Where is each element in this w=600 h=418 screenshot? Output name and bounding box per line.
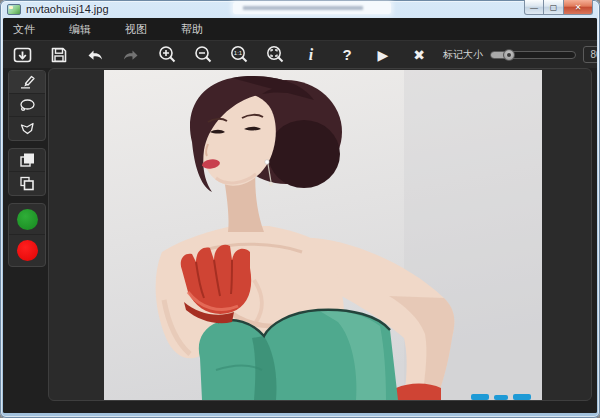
play-button[interactable]: ▶ (371, 44, 395, 66)
zoom-in-icon (158, 45, 177, 64)
lasso-tool-button[interactable] (9, 94, 45, 117)
minimize-button[interactable]: — (524, 0, 544, 15)
zoom-out-button[interactable] (191, 44, 215, 66)
marker-size-value[interactable]: 80 (583, 46, 597, 63)
help-icon: ? (342, 47, 351, 62)
actual-size-icon: 1:1 (230, 45, 249, 64)
duplicate-layer-button[interactable] (9, 172, 45, 195)
red-mark-button[interactable] (9, 235, 45, 266)
svg-text:1:1: 1:1 (233, 50, 242, 56)
open-button[interactable] (11, 44, 35, 66)
green-mark-icon (17, 209, 38, 230)
canvas-panel[interactable] (48, 68, 592, 401)
draw-tool-group (8, 70, 46, 141)
polygon-lasso-icon (18, 121, 36, 136)
polygon-tool-button[interactable] (9, 117, 45, 140)
lasso-icon (18, 98, 36, 113)
earring (265, 160, 269, 164)
redo-icon (121, 47, 141, 63)
play-icon: ▶ (378, 48, 389, 62)
maximize-button[interactable]: ▢ (544, 0, 564, 15)
mark-color-group (8, 203, 46, 267)
actual-size-button[interactable]: 1:1 (227, 44, 251, 66)
photo-canvas[interactable] (104, 70, 542, 400)
close-button[interactable]: ✕ (564, 0, 593, 15)
delete-icon: ✖ (413, 48, 425, 62)
aero-glass-reflection (233, 2, 391, 14)
window-title: mvtaohuisj14.jpg (26, 3, 109, 15)
red-mark-icon (17, 240, 38, 261)
titlebar[interactable]: mvtaohuisj14.jpg — ▢ ✕ (0, 0, 600, 18)
copy-layer-icon (18, 152, 36, 169)
open-icon (13, 46, 33, 64)
undo-icon (85, 47, 105, 63)
info-icon: i (309, 47, 313, 63)
app-body: 文件 编辑 视图 帮助 (3, 18, 597, 413)
save-button[interactable] (47, 44, 71, 66)
fit-screen-button[interactable] (263, 44, 287, 66)
slider-handle[interactable] (503, 49, 515, 61)
workspace (3, 68, 597, 413)
zoom-in-button[interactable] (155, 44, 179, 66)
marker-pen-icon (18, 74, 36, 90)
tool-sidebar (8, 70, 46, 274)
marker-size-slider[interactable] (490, 50, 576, 60)
green-mark-button[interactable] (9, 204, 45, 235)
menu-help[interactable]: 帮助 (181, 22, 221, 37)
app-window: mvtaohuisj14.jpg — ▢ ✕ 文件 编辑 视图 帮助 (0, 0, 600, 418)
toolbar: 1:1 i ? ▶ (3, 40, 597, 68)
help-button[interactable]: ? (335, 44, 359, 66)
info-button[interactable]: i (299, 44, 323, 66)
fit-screen-icon (266, 45, 285, 64)
menu-view[interactable]: 视图 (125, 22, 165, 37)
menubar: 文件 编辑 视图 帮助 (3, 18, 597, 40)
delete-button[interactable]: ✖ (407, 44, 431, 66)
marker-tool-button[interactable] (9, 71, 45, 94)
copy-layer-button[interactable] (9, 149, 45, 172)
image-file-icon (7, 4, 21, 15)
zoom-out-icon (194, 45, 213, 64)
hip-glove (396, 384, 441, 401)
save-icon (50, 46, 68, 64)
layer-tool-group (8, 148, 46, 196)
undo-button[interactable] (83, 44, 107, 66)
menu-file[interactable]: 文件 (13, 22, 53, 37)
marker-size-spinbox: 80 ▲ ▼ (583, 46, 597, 63)
marker-size-label: 标记大小 (443, 48, 483, 62)
redo-button[interactable] (119, 44, 143, 66)
menu-edit[interactable]: 编辑 (69, 22, 109, 37)
duplicate-layer-icon (18, 175, 36, 192)
